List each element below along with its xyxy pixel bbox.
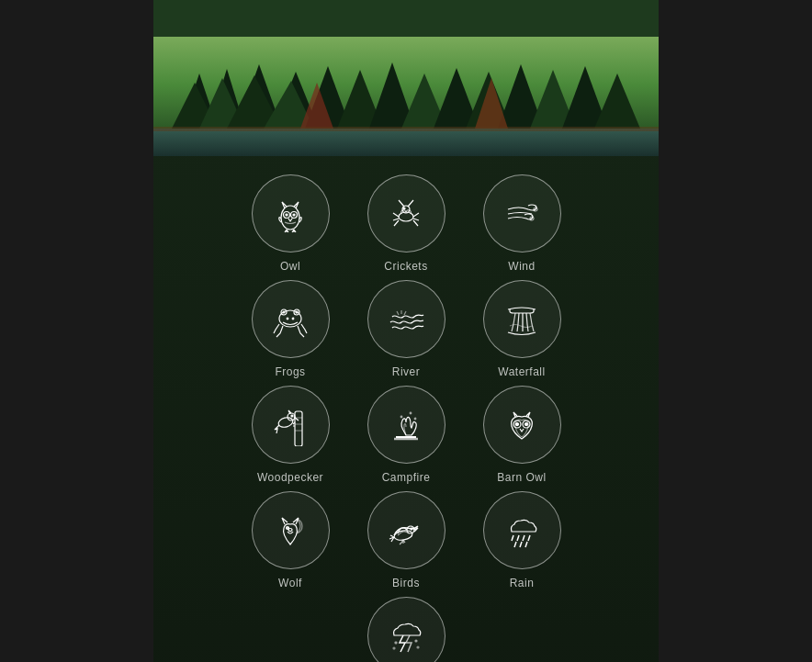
svg-line-64 [514, 542, 516, 547]
svg-line-62 [523, 535, 524, 541]
sound-label-waterfall: Waterfall [498, 365, 545, 378]
sound-row-3: Wolf Birds [240, 491, 572, 589]
svg-point-56 [288, 527, 288, 528]
sound-label-wind: Wind [508, 260, 535, 273]
sound-item-wolf[interactable]: Wolf [240, 491, 341, 589]
svg-point-27 [293, 214, 295, 216]
sound-label-birds: Birds [392, 577, 420, 589]
sound-circle-rain[interactable] [483, 491, 561, 569]
sound-label-crickets: Crickets [384, 260, 427, 273]
sound-item-river[interactable]: River [355, 280, 457, 378]
app-container: Owl Crickets [153, 0, 659, 662]
svg-rect-22 [153, 127, 659, 131]
sound-label-river: River [392, 365, 421, 378]
svg-point-49 [414, 418, 416, 420]
svg-point-46 [291, 415, 293, 417]
sound-circle-campfire[interactable] [367, 386, 445, 464]
sound-label-owl: Owl [280, 260, 300, 273]
svg-point-26 [286, 214, 288, 216]
sound-label-wolf: Wolf [278, 577, 302, 589]
svg-point-23 [281, 206, 299, 230]
sound-circle-wolf[interactable] [252, 491, 330, 569]
sound-circle-crickets[interactable] [367, 174, 445, 252]
svg-point-70 [393, 647, 395, 649]
sound-item-storm[interactable]: Storm [355, 597, 457, 662]
sound-circle-woodpecker[interactable] [252, 386, 330, 464]
sound-item-campfire[interactable]: Campfire [355, 386, 457, 484]
svg-rect-1 [153, 129, 659, 156]
svg-rect-40 [295, 411, 302, 446]
svg-point-52 [516, 422, 519, 425]
sound-item-owl[interactable]: Owl [240, 174, 341, 273]
svg-point-53 [525, 422, 528, 425]
sound-circle-owl[interactable] [252, 174, 330, 252]
svg-point-68 [415, 640, 417, 642]
sound-row-4: Storm [355, 597, 457, 662]
hero-image [153, 37, 659, 156]
forest-svg [153, 37, 659, 156]
sound-item-frogs[interactable]: Frogs [240, 280, 341, 378]
svg-point-36 [283, 311, 285, 313]
sound-label-barn-owl: Barn Owl [497, 471, 546, 484]
sound-item-crickets[interactable]: Crickets [355, 174, 457, 273]
svg-point-67 [395, 642, 397, 644]
svg-point-39 [292, 318, 294, 320]
svg-point-47 [400, 416, 402, 418]
sound-label-rain: Rain [510, 577, 535, 589]
sound-label-frogs: Frogs [275, 365, 305, 378]
sound-item-barn-owl[interactable]: Barn Owl [471, 386, 572, 484]
svg-point-48 [410, 412, 412, 414]
sound-row-1: Frogs River [240, 280, 572, 378]
svg-line-65 [520, 542, 522, 547]
sound-circle-waterfall[interactable] [483, 280, 561, 358]
svg-line-60 [512, 535, 513, 541]
header [153, 0, 659, 37]
sound-row-2: Woodpecker Campfire [240, 386, 572, 484]
sound-item-birds[interactable]: Birds [355, 491, 457, 589]
sound-item-rain[interactable]: Rain [471, 491, 572, 589]
sound-circle-barn-owl[interactable] [483, 386, 561, 464]
svg-point-37 [296, 311, 298, 313]
svg-point-30 [403, 208, 405, 209]
svg-line-66 [525, 542, 527, 547]
sound-circle-river[interactable] [367, 280, 445, 358]
sound-circle-frogs[interactable] [252, 280, 330, 358]
sound-grid: Owl Crickets [163, 174, 649, 662]
sound-circle-wind[interactable] [483, 174, 561, 252]
content-area: Owl Crickets [153, 156, 659, 662]
sound-item-wind[interactable]: Wind [471, 174, 572, 273]
sound-label-woodpecker: Woodpecker [257, 471, 323, 484]
svg-point-38 [287, 318, 288, 320]
svg-line-61 [517, 535, 519, 541]
sound-item-waterfall[interactable]: Waterfall [471, 280, 572, 378]
sound-circle-birds[interactable] [367, 491, 445, 569]
svg-line-63 [528, 535, 530, 541]
svg-point-44 [277, 416, 294, 429]
sound-item-woodpecker[interactable]: Woodpecker [240, 386, 341, 484]
sound-circle-storm[interactable] [367, 597, 445, 662]
svg-point-69 [417, 646, 419, 648]
sound-row-0: Owl Crickets [240, 174, 572, 273]
sound-label-campfire: Campfire [382, 471, 431, 484]
svg-point-59 [411, 528, 412, 530]
